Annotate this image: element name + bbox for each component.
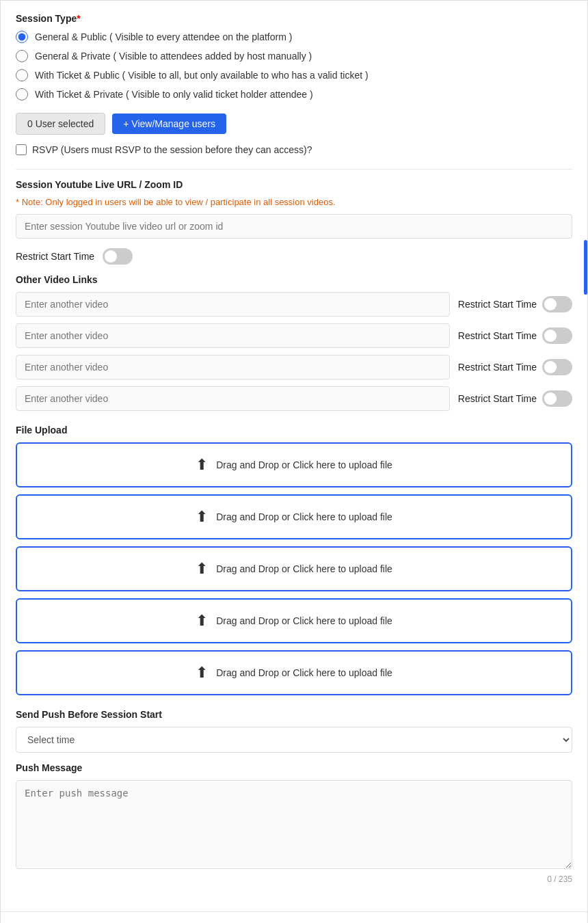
file-upload-section: File Upload ⬆ Drag and Drop or Click her… [16, 425, 572, 695]
upload-box-4[interactable]: ⬆ Drag and Drop or Click here to upload … [16, 650, 572, 695]
youtube-note: * Note: Only logged in users will be abl… [16, 197, 572, 207]
other-videos-section: Other Video Links Restrict Start Time Re… [16, 274, 572, 411]
radio-general-private[interactable]: General & Private ( Visible to attendees… [16, 50, 572, 62]
push-section-label: Send Push Before Session Start [16, 709, 572, 720]
video-input-0[interactable] [16, 292, 450, 317]
upload-box-0[interactable]: ⬆ Drag and Drop or Click here to upload … [16, 442, 572, 487]
scrollbar-indicator [584, 240, 587, 295]
radio-ticket-public-label: With Ticket & Public ( Visible to all, b… [35, 70, 369, 81]
session-type-label: Session Type* [16, 13, 572, 24]
radio-ticket-private[interactable]: With Ticket & Private ( Visible to only … [16, 88, 572, 101]
push-section: Send Push Before Session Start Select ti… [16, 709, 572, 753]
main-restrict-slider [103, 248, 133, 265]
upload-box-2[interactable]: ⬆ Drag and Drop or Click here to upload … [16, 546, 572, 591]
main-restrict-label: Restrict Start Time [16, 251, 94, 262]
upload-text-2: Drag and Drop or Click here to upload fi… [216, 563, 392, 574]
video-row-2: Restrict Start Time [16, 355, 572, 379]
push-time-select[interactable]: Select time 5 minutes before 10 minutes … [16, 727, 572, 753]
upload-icon-1: ⬆ [196, 508, 208, 526]
video-restrict-label-0: Restrict Start Time [458, 299, 537, 310]
session-type-radio-group: General & Public ( Visible to every atte… [16, 31, 572, 101]
radio-ticket-public[interactable]: With Ticket & Public ( Visible to all, b… [16, 69, 572, 81]
upload-icon-4: ⬆ [196, 664, 208, 682]
youtube-section-label: Session Youtube Live URL / Zoom ID [16, 179, 572, 190]
push-message-label: Push Message [16, 762, 572, 773]
video-toggle-1[interactable] [542, 327, 572, 344]
upload-icon-2: ⬆ [196, 560, 208, 578]
rsvp-row: RSVP (Users must RSVP to the session bef… [16, 144, 572, 155]
video-restrict-label-3: Restrict Start Time [458, 393, 537, 404]
video-row-0: Restrict Start Time [16, 292, 572, 317]
youtube-section: Session Youtube Live URL / Zoom ID * Not… [16, 179, 572, 239]
other-videos-label: Other Video Links [16, 274, 572, 285]
video-slider-2 [542, 359, 572, 375]
video-restrict-0: Restrict Start Time [458, 296, 572, 312]
upload-icon-0: ⬆ [196, 456, 208, 474]
video-restrict-1: Restrict Start Time [458, 327, 572, 344]
upload-text-0: Drag and Drop or Click here to upload fi… [216, 459, 392, 470]
modal-footer: Close Save Changes [1, 911, 587, 923]
file-upload-label: File Upload [16, 425, 572, 436]
video-slider-0 [542, 296, 572, 312]
video-input-2[interactable] [16, 355, 450, 379]
view-manage-button[interactable]: + View/Manage users [112, 113, 226, 134]
radio-ticket-private-label: With Ticket & Private ( Visible to only … [35, 89, 313, 100]
rsvp-label: RSVP (Users must RSVP to the session bef… [32, 144, 312, 155]
youtube-url-input[interactable] [16, 214, 572, 239]
video-restrict-label-1: Restrict Start Time [458, 330, 537, 341]
radio-ticket-private-input[interactable] [16, 88, 28, 101]
upload-box-3[interactable]: ⬆ Drag and Drop or Click here to upload … [16, 598, 572, 643]
modal: Session Type* General & Public ( Visible… [0, 0, 588, 923]
rsvp-checkbox[interactable] [16, 144, 27, 155]
modal-body: Session Type* General & Public ( Visible… [1, 1, 587, 923]
video-restrict-label-2: Restrict Start Time [458, 362, 537, 373]
video-slider-1 [542, 327, 572, 344]
push-message-char-count: 0 / 235 [16, 874, 572, 884]
radio-ticket-public-input[interactable] [16, 69, 28, 81]
radio-general-public-input[interactable] [16, 31, 28, 43]
video-row-1: Restrict Start Time [16, 323, 572, 348]
upload-icon-3: ⬆ [196, 612, 208, 630]
main-restrict-row: Restrict Start Time [16, 248, 572, 265]
radio-general-private-label: General & Private ( Visible to attendees… [35, 51, 312, 62]
upload-text-1: Drag and Drop or Click here to upload fi… [216, 511, 392, 522]
video-toggle-2[interactable] [542, 359, 572, 375]
video-toggle-3[interactable] [542, 390, 572, 407]
push-message-section: Push Message 0 / 235 [16, 762, 572, 884]
upload-text-4: Drag and Drop or Click here to upload fi… [216, 667, 392, 678]
video-input-1[interactable] [16, 323, 450, 348]
video-restrict-2: Restrict Start Time [458, 359, 572, 375]
upload-text-3: Drag and Drop or Click here to upload fi… [216, 615, 392, 626]
video-slider-3 [542, 390, 572, 407]
user-selected-row: 0 User selected + View/Manage users [16, 113, 572, 135]
video-row-3: Restrict Start Time [16, 386, 572, 411]
user-selected-button[interactable]: 0 User selected [16, 113, 105, 135]
video-toggle-0[interactable] [542, 296, 572, 312]
radio-general-private-input[interactable] [16, 50, 28, 62]
push-message-textarea[interactable] [16, 780, 572, 869]
radio-general-public[interactable]: General & Public ( Visible to every atte… [16, 31, 572, 43]
divider-1 [16, 169, 572, 170]
video-input-3[interactable] [16, 386, 450, 411]
video-restrict-3: Restrict Start Time [458, 390, 572, 407]
main-restrict-toggle[interactable] [103, 248, 133, 265]
upload-box-1[interactable]: ⬆ Drag and Drop or Click here to upload … [16, 494, 572, 539]
radio-general-public-label: General & Public ( Visible to every atte… [35, 31, 292, 42]
